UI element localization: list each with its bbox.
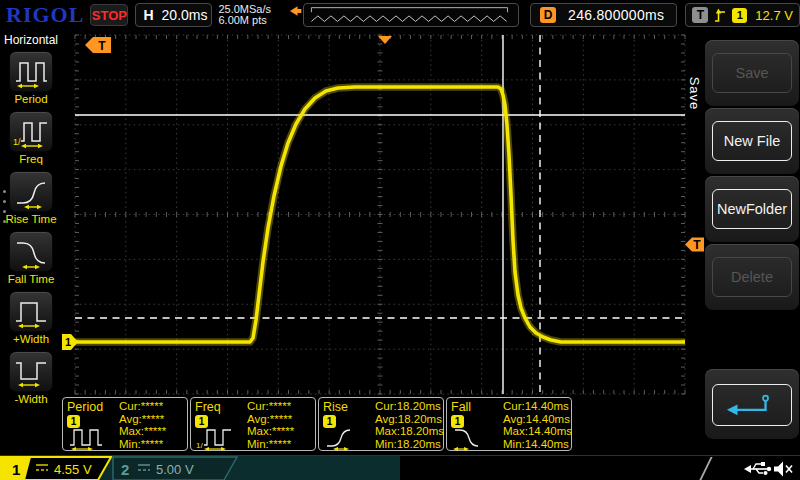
waveform-preview-bar[interactable] [303,3,519,27]
trigger-offscreen-icon: T [85,37,111,53]
freq-icon: 1/ [13,114,49,150]
svg-text:1/: 1/ [13,137,21,147]
t-label: T [692,7,708,23]
oscilloscope-screen: RIGOL STOP H 20.0ms 25.0MSa/s 6.00M pts … [0,0,800,480]
run-state-button[interactable]: STOP [90,4,128,26]
measurement-avg: Avg:***** [247,413,294,426]
measurement-max: Max:14.40ms [503,425,572,438]
sidebar-item-minus-width[interactable]: -Width [9,351,53,405]
rigol-logo: RIGOL [6,2,84,28]
preview-position-icon [289,5,302,17]
softkey-tile [705,369,799,439]
fall-time-icon [452,425,498,451]
softkey-tile: NewFolder [705,176,799,242]
trigger-level-marker[interactable]: T [684,236,706,253]
svg-text:T: T [693,238,701,252]
sidebar-item-label: Fall Time [8,273,55,285]
trigger-display[interactable]: T 1 12.7 V [685,3,800,27]
sidebar-item-freq[interactable]: 1/ Freq [9,111,53,165]
measurement-name: Rise [323,400,348,414]
return-arrow-icon [723,392,781,418]
timebase-value: 20.0ms [162,7,208,23]
measurement-readout-row: Period 1 Cur:***** Avg:***** Max:***** M… [62,397,688,454]
delay-value: 246.800000ms [568,7,664,23]
measurement-name: Fall [451,400,471,414]
rise-time-icon [13,174,49,210]
measurement-avg: Avg:14.40ms [503,413,572,426]
channel2-status[interactable]: 2 5.00 V [112,456,240,480]
menu-scroll-dots [3,190,6,223]
freq-icon: 1/ [196,425,242,451]
measurement-cur: Cur:14.40ms [503,400,572,413]
run-state-label: STOP [92,8,127,23]
rising-edge-trigger-icon [714,8,726,23]
measurement-cur: Cur:***** [119,400,166,413]
menu-tab-save: Save [686,50,704,136]
measurement-cur: Cur:***** [247,400,294,413]
new-file-button[interactable]: New File [712,121,792,161]
sidebar-item-label: Freq [19,153,43,165]
save-button[interactable]: Save [712,53,792,93]
measurement-box-rise[interactable]: Rise 1 Cur:18.20ms Avg:18.20ms Max:18.20… [318,397,444,451]
softkey-tile: Delete [705,244,799,310]
measurement-cur: Cur:18.20ms [375,400,444,413]
delay-display[interactable]: D 246.800000ms [530,3,677,27]
svg-text:1: 1 [65,336,71,348]
sidebar-item-label: -Width [14,393,47,405]
measurement-box-fall[interactable]: Fall 1 Cur:14.40ms Avg:14.40ms Max:14.40… [446,397,572,451]
speaker-muted-icon [772,459,794,479]
sidebar-item-rise-time[interactable]: Rise Time [5,171,56,225]
channel-number: 2 [121,461,129,478]
channel1-level-marker[interactable]: 1 [62,334,78,350]
top-bar: RIGOL STOP H 20.0ms 25.0MSa/s 6.00M pts … [0,0,800,30]
svg-text:T: T [98,39,106,53]
measurement-box-freq[interactable]: Freq 1 1/ Cur:***** Avg:***** Max:***** … [190,397,316,451]
rise-time-icon [324,425,370,451]
acquisition-info: 25.0MSa/s 6.00M pts [218,4,271,27]
measurement-min: Min:***** [119,438,166,451]
channel-scale: 4.55 V [54,462,92,477]
channel-number: 1 [12,461,20,478]
left-measure-menu: Horizontal Period 1/ Freq [0,30,62,455]
d-label: D [540,7,556,23]
measurement-avg: Avg:***** [119,413,166,426]
sidebar-item-label: +Width [13,333,49,345]
new-folder-button[interactable]: NewFolder [712,189,792,229]
usb-icon [742,459,772,479]
delete-button[interactable]: Delete [712,257,792,297]
measure-category-title: Horizontal [4,33,58,47]
measurement-min: Min:***** [247,438,294,451]
plus-width-icon [13,294,49,330]
minus-width-icon [13,354,49,390]
svg-text:1/: 1/ [196,441,203,450]
trigger-level-value: 12.7 V [755,8,793,23]
measurement-max: Max:18.20ms [375,425,444,438]
trigger-source-badge: 1 [732,8,747,23]
measurement-max: Max:***** [119,425,166,438]
sidebar-item-plus-width[interactable]: +Width [9,291,53,345]
period-icon [68,425,114,451]
h-label: H [143,7,153,23]
measurement-avg: Avg:18.20ms [375,413,444,426]
fall-time-icon [13,234,49,270]
period-icon [13,54,49,90]
channel1-status[interactable]: 1 4.55 V [0,456,114,480]
timebase-display[interactable]: H 20.0ms [135,3,212,27]
waveform-preview-icon [304,4,518,26]
memory-depth: 6.00M pts [218,15,271,27]
graticule-area[interactable]: T 1 [62,30,688,396]
softkey-tile: New File [705,108,799,174]
measurement-max: Max:***** [247,425,294,438]
measurement-box-period[interactable]: Period 1 Cur:***** Avg:***** Max:***** M… [62,397,188,451]
sidebar-item-label: Period [14,93,47,105]
sidebar-item-label: Rise Time [5,213,56,225]
measurement-min: Min:14.40ms [503,438,572,451]
status-divider [699,457,712,480]
status-bar: 1 4.55 V 2 5.00 V [0,455,800,480]
measurement-name: Period [67,400,103,414]
sidebar-item-period[interactable]: Period [9,51,53,105]
channel-scale: 5.00 V [156,462,194,477]
back-button[interactable] [712,384,792,426]
measurement-name: Freq [195,400,221,414]
sidebar-item-fall-time[interactable]: Fall Time [8,231,55,285]
